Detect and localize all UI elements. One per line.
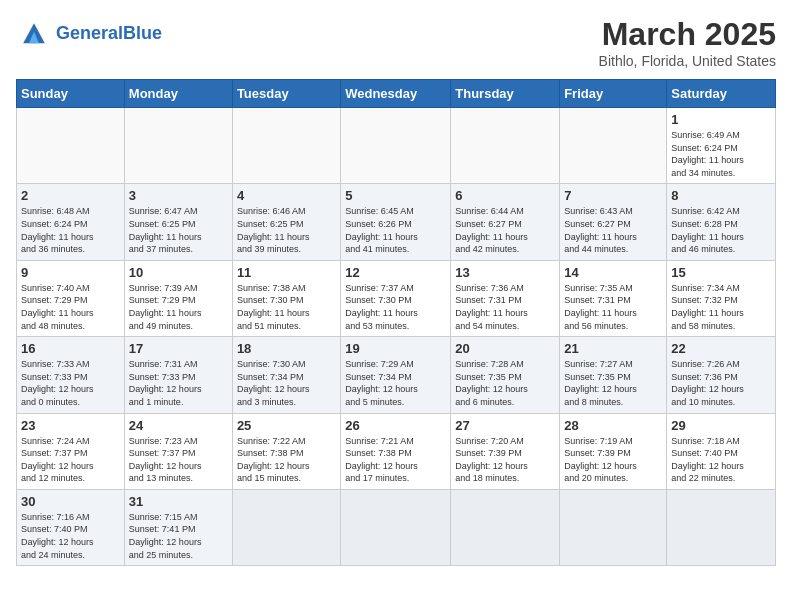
day-number: 11 <box>237 265 336 280</box>
month-title: March 2025 <box>599 16 776 53</box>
calendar-day-cell: 1Sunrise: 6:49 AM Sunset: 6:24 PM Daylig… <box>667 108 776 184</box>
calendar-week-row: 23Sunrise: 7:24 AM Sunset: 7:37 PM Dayli… <box>17 413 776 489</box>
day-number: 7 <box>564 188 662 203</box>
calendar-day-cell <box>341 108 451 184</box>
title-block: March 2025 Bithlo, Florida, United State… <box>599 16 776 69</box>
calendar-day-cell <box>124 108 232 184</box>
day-number: 17 <box>129 341 228 356</box>
day-info: Sunrise: 7:16 AM Sunset: 7:40 PM Dayligh… <box>21 511 120 561</box>
calendar-day-cell: 6Sunrise: 6:44 AM Sunset: 6:27 PM Daylig… <box>451 184 560 260</box>
day-info: Sunrise: 7:15 AM Sunset: 7:41 PM Dayligh… <box>129 511 228 561</box>
weekday-header-thursday: Thursday <box>451 80 560 108</box>
calendar-day-cell: 19Sunrise: 7:29 AM Sunset: 7:34 PM Dayli… <box>341 337 451 413</box>
day-number: 29 <box>671 418 771 433</box>
calendar-day-cell: 15Sunrise: 7:34 AM Sunset: 7:32 PM Dayli… <box>667 260 776 336</box>
location: Bithlo, Florida, United States <box>599 53 776 69</box>
day-info: Sunrise: 6:45 AM Sunset: 6:26 PM Dayligh… <box>345 205 446 255</box>
day-number: 31 <box>129 494 228 509</box>
day-info: Sunrise: 7:26 AM Sunset: 7:36 PM Dayligh… <box>671 358 771 408</box>
calendar-day-cell: 31Sunrise: 7:15 AM Sunset: 7:41 PM Dayli… <box>124 489 232 565</box>
calendar-day-cell <box>17 108 125 184</box>
calendar-day-cell: 11Sunrise: 7:38 AM Sunset: 7:30 PM Dayli… <box>232 260 340 336</box>
day-info: Sunrise: 7:38 AM Sunset: 7:30 PM Dayligh… <box>237 282 336 332</box>
day-info: Sunrise: 6:47 AM Sunset: 6:25 PM Dayligh… <box>129 205 228 255</box>
day-number: 13 <box>455 265 555 280</box>
logo-blue-text: Blue <box>123 23 162 43</box>
day-info: Sunrise: 6:44 AM Sunset: 6:27 PM Dayligh… <box>455 205 555 255</box>
weekday-header-monday: Monday <box>124 80 232 108</box>
calendar-week-row: 2Sunrise: 6:48 AM Sunset: 6:24 PM Daylig… <box>17 184 776 260</box>
day-info: Sunrise: 7:18 AM Sunset: 7:40 PM Dayligh… <box>671 435 771 485</box>
day-info: Sunrise: 7:29 AM Sunset: 7:34 PM Dayligh… <box>345 358 446 408</box>
calendar-day-cell: 22Sunrise: 7:26 AM Sunset: 7:36 PM Dayli… <box>667 337 776 413</box>
page-header: GeneralBlue March 2025 Bithlo, Florida, … <box>16 16 776 69</box>
day-info: Sunrise: 7:21 AM Sunset: 7:38 PM Dayligh… <box>345 435 446 485</box>
day-info: Sunrise: 7:33 AM Sunset: 7:33 PM Dayligh… <box>21 358 120 408</box>
day-info: Sunrise: 7:20 AM Sunset: 7:39 PM Dayligh… <box>455 435 555 485</box>
weekday-header-row: SundayMondayTuesdayWednesdayThursdayFrid… <box>17 80 776 108</box>
day-number: 15 <box>671 265 771 280</box>
calendar-week-row: 16Sunrise: 7:33 AM Sunset: 7:33 PM Dayli… <box>17 337 776 413</box>
day-info: Sunrise: 7:28 AM Sunset: 7:35 PM Dayligh… <box>455 358 555 408</box>
calendar-day-cell: 2Sunrise: 6:48 AM Sunset: 6:24 PM Daylig… <box>17 184 125 260</box>
day-number: 28 <box>564 418 662 433</box>
day-info: Sunrise: 7:24 AM Sunset: 7:37 PM Dayligh… <box>21 435 120 485</box>
day-info: Sunrise: 7:34 AM Sunset: 7:32 PM Dayligh… <box>671 282 771 332</box>
calendar-day-cell: 8Sunrise: 6:42 AM Sunset: 6:28 PM Daylig… <box>667 184 776 260</box>
day-number: 27 <box>455 418 555 433</box>
calendar-day-cell <box>451 489 560 565</box>
day-number: 18 <box>237 341 336 356</box>
day-number: 24 <box>129 418 228 433</box>
calendar-day-cell <box>560 108 667 184</box>
logo-text: GeneralBlue <box>56 24 162 44</box>
calendar-table: SundayMondayTuesdayWednesdayThursdayFrid… <box>16 79 776 566</box>
day-number: 14 <box>564 265 662 280</box>
calendar-day-cell <box>232 489 340 565</box>
day-info: Sunrise: 7:37 AM Sunset: 7:30 PM Dayligh… <box>345 282 446 332</box>
weekday-header-friday: Friday <box>560 80 667 108</box>
day-info: Sunrise: 7:40 AM Sunset: 7:29 PM Dayligh… <box>21 282 120 332</box>
calendar-day-cell <box>451 108 560 184</box>
day-info: Sunrise: 7:31 AM Sunset: 7:33 PM Dayligh… <box>129 358 228 408</box>
weekday-header-saturday: Saturday <box>667 80 776 108</box>
calendar-day-cell: 25Sunrise: 7:22 AM Sunset: 7:38 PM Dayli… <box>232 413 340 489</box>
day-number: 1 <box>671 112 771 127</box>
day-number: 10 <box>129 265 228 280</box>
day-number: 20 <box>455 341 555 356</box>
day-info: Sunrise: 7:19 AM Sunset: 7:39 PM Dayligh… <box>564 435 662 485</box>
calendar-day-cell: 12Sunrise: 7:37 AM Sunset: 7:30 PM Dayli… <box>341 260 451 336</box>
calendar-day-cell: 10Sunrise: 7:39 AM Sunset: 7:29 PM Dayli… <box>124 260 232 336</box>
day-info: Sunrise: 7:39 AM Sunset: 7:29 PM Dayligh… <box>129 282 228 332</box>
day-number: 4 <box>237 188 336 203</box>
calendar-day-cell: 16Sunrise: 7:33 AM Sunset: 7:33 PM Dayli… <box>17 337 125 413</box>
day-number: 2 <box>21 188 120 203</box>
calendar-day-cell: 17Sunrise: 7:31 AM Sunset: 7:33 PM Dayli… <box>124 337 232 413</box>
day-info: Sunrise: 6:42 AM Sunset: 6:28 PM Dayligh… <box>671 205 771 255</box>
day-number: 23 <box>21 418 120 433</box>
calendar-day-cell: 30Sunrise: 7:16 AM Sunset: 7:40 PM Dayli… <box>17 489 125 565</box>
day-info: Sunrise: 6:43 AM Sunset: 6:27 PM Dayligh… <box>564 205 662 255</box>
day-info: Sunrise: 7:27 AM Sunset: 7:35 PM Dayligh… <box>564 358 662 408</box>
day-info: Sunrise: 7:22 AM Sunset: 7:38 PM Dayligh… <box>237 435 336 485</box>
day-info: Sunrise: 7:30 AM Sunset: 7:34 PM Dayligh… <box>237 358 336 408</box>
calendar-day-cell: 18Sunrise: 7:30 AM Sunset: 7:34 PM Dayli… <box>232 337 340 413</box>
calendar-day-cell <box>667 489 776 565</box>
logo: GeneralBlue <box>16 16 162 52</box>
day-number: 6 <box>455 188 555 203</box>
day-number: 21 <box>564 341 662 356</box>
calendar-day-cell: 27Sunrise: 7:20 AM Sunset: 7:39 PM Dayli… <box>451 413 560 489</box>
calendar-day-cell <box>232 108 340 184</box>
weekday-header-tuesday: Tuesday <box>232 80 340 108</box>
day-number: 12 <box>345 265 446 280</box>
weekday-header-wednesday: Wednesday <box>341 80 451 108</box>
logo-general: General <box>56 23 123 43</box>
calendar-day-cell: 26Sunrise: 7:21 AM Sunset: 7:38 PM Dayli… <box>341 413 451 489</box>
calendar-day-cell: 28Sunrise: 7:19 AM Sunset: 7:39 PM Dayli… <box>560 413 667 489</box>
day-number: 16 <box>21 341 120 356</box>
calendar-day-cell: 23Sunrise: 7:24 AM Sunset: 7:37 PM Dayli… <box>17 413 125 489</box>
day-info: Sunrise: 7:35 AM Sunset: 7:31 PM Dayligh… <box>564 282 662 332</box>
calendar-day-cell: 7Sunrise: 6:43 AM Sunset: 6:27 PM Daylig… <box>560 184 667 260</box>
calendar-day-cell: 13Sunrise: 7:36 AM Sunset: 7:31 PM Dayli… <box>451 260 560 336</box>
calendar-day-cell: 3Sunrise: 6:47 AM Sunset: 6:25 PM Daylig… <box>124 184 232 260</box>
day-info: Sunrise: 6:46 AM Sunset: 6:25 PM Dayligh… <box>237 205 336 255</box>
